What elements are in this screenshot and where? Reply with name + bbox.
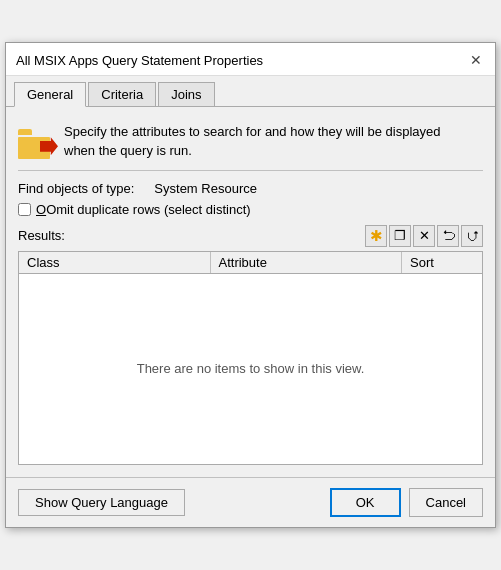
info-line1: Specify the attributes to search for and… — [64, 124, 441, 139]
info-line2: when the query is run. — [64, 143, 192, 158]
col-class: Class — [19, 252, 211, 273]
ok-button[interactable]: OK — [330, 488, 401, 517]
tab-joins[interactable]: Joins — [158, 82, 214, 107]
toolbar-btn-undo[interactable]: ⮌ — [437, 225, 459, 247]
find-objects-label: Find objects of type: — [18, 181, 134, 196]
empty-message: There are no items to show in this view. — [137, 361, 365, 376]
window-title: All MSIX Apps Query Statement Properties — [16, 53, 263, 68]
col-sort: Sort — [402, 252, 482, 273]
results-table: Class Attribute Sort There are no items … — [18, 251, 483, 465]
show-query-button[interactable]: Show Query Language — [18, 489, 185, 516]
results-toolbar: ✱ ❐ ✕ ⮌ ⮍ — [365, 225, 483, 247]
toolbar-btn-redo[interactable]: ⮍ — [461, 225, 483, 247]
col-attribute: Attribute — [211, 252, 403, 273]
folder-icon — [18, 123, 54, 159]
info-text: Specify the attributes to search for and… — [64, 123, 441, 159]
find-objects-value: System Resource — [154, 181, 257, 196]
toolbar-btn-copy[interactable]: ❐ — [389, 225, 411, 247]
tab-bar: General Criteria Joins — [6, 76, 495, 107]
results-label: Results: — [18, 228, 65, 243]
table-header: Class Attribute Sort — [19, 252, 482, 274]
footer: Show Query Language OK Cancel — [6, 477, 495, 527]
tab-general[interactable]: General — [14, 82, 86, 107]
info-box: Specify the attributes to search for and… — [18, 117, 483, 170]
omit-row: OOmit duplicate rows (select distinct) — [18, 202, 483, 217]
tab-content: Specify the attributes to search for and… — [6, 106, 495, 476]
toolbar-btn-delete[interactable]: ✕ — [413, 225, 435, 247]
omit-checkbox[interactable] — [18, 203, 31, 216]
title-bar: All MSIX Apps Query Statement Properties… — [6, 43, 495, 76]
footer-right-buttons: OK Cancel — [330, 488, 483, 517]
tab-criteria[interactable]: Criteria — [88, 82, 156, 107]
results-header: Results: ✱ ❐ ✕ ⮌ ⮍ — [18, 225, 483, 247]
main-window: All MSIX Apps Query Statement Properties… — [5, 42, 496, 527]
find-objects-row: Find objects of type: System Resource — [18, 181, 483, 196]
table-body: There are no items to show in this view. — [19, 274, 482, 464]
cancel-button[interactable]: Cancel — [409, 488, 483, 517]
toolbar-btn-star[interactable]: ✱ — [365, 225, 387, 247]
omit-label[interactable]: OOmit duplicate rows (select distinct) — [36, 202, 251, 217]
close-button[interactable]: ✕ — [467, 51, 485, 69]
